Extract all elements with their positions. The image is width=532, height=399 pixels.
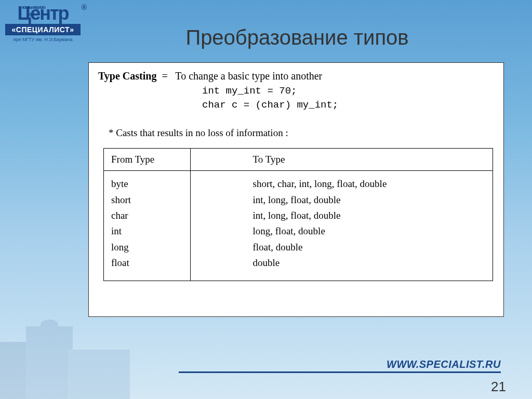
logo-small-line1: компьютерного [22, 5, 45, 9]
table-cell-to: short, char, int, long, float, double in… [190, 171, 493, 281]
page-number: 21 [491, 379, 506, 395]
to-1: int, long, float, double [253, 192, 485, 208]
table-cell-from: byte short char int long float [104, 171, 191, 281]
from-5: float [111, 255, 183, 271]
code-line-1: int my_int = 70; [202, 84, 494, 98]
from-1: short [111, 192, 183, 208]
cast-table: From Type To Type byte short char int lo… [103, 148, 493, 281]
logo-specialist: «СПЕЦИАЛИСТ» [5, 24, 81, 35]
to-5: double [253, 255, 485, 271]
logo-block: Центр компьютерного обучения ® «СПЕЦИАЛИ… [5, 5, 81, 42]
table-head-to: To Type [190, 149, 493, 171]
code-block: int my_int = 70; char c = (char) my_int; [202, 84, 494, 112]
logo-main-word: Центр компьютерного обучения ® [5, 5, 81, 22]
registered-icon: ® [82, 4, 86, 11]
from-4: long [111, 240, 183, 255]
definition-term: Type Casting [98, 70, 156, 82]
content-box: Type Casting = To change a basic type in… [88, 62, 504, 317]
definition-desc: To change a basic type into another [175, 70, 322, 82]
to-0: short, char, int, long, float, double [253, 176, 485, 192]
from-3: int [111, 223, 183, 239]
to-3: long, float, double [253, 223, 485, 239]
logo-small-line2: обучения [27, 12, 38, 16]
definition-line: Type Casting = To change a basic type in… [98, 70, 494, 82]
from-2: char [111, 208, 183, 223]
table-head-from: From Type [104, 149, 191, 171]
from-0: byte [111, 176, 183, 192]
logo-subtitle: при МГТУ им. Н.Э.Баумана [5, 37, 81, 42]
to-2: int, long, float, double [253, 208, 485, 223]
footer-url: WWW.SPECIALIST.RU [179, 358, 501, 373]
slide-title: Преобразование типов [88, 26, 506, 49]
background-building-graphic [0, 316, 135, 399]
note-line: * Casts that results in no loss of infor… [109, 127, 494, 139]
code-line-2: char c = (char) my_int; [202, 98, 494, 112]
to-4: float, double [253, 240, 485, 255]
definition-equals: = [162, 70, 167, 82]
